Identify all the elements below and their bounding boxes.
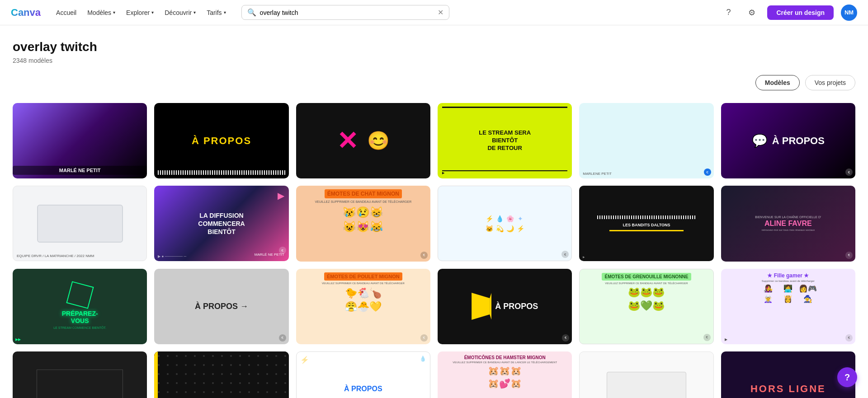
- search-input[interactable]: [260, 9, 434, 16]
- filter-modeles[interactable]: Modèles: [755, 75, 800, 90]
- nav-modeles[interactable]: Modèles ▾: [83, 6, 120, 19]
- template-card[interactable]: ⚡ 💧 🌸 ✦ 🐱 💫 🌙 ⚡ €: [438, 186, 572, 261]
- filter-vos-projets[interactable]: Vos projets: [805, 75, 855, 90]
- template-card[interactable]: PRÉPAREZ-VOUS LE STREAM COMMENCE BIENTÔT…: [13, 269, 147, 344]
- template-card[interactable]: BIENVENUE SUR LA CHAÎNE OFFICIELLE D' AL…: [721, 186, 855, 261]
- main-nav: Accueil Modèles ▾ Explorer ▾ Découvrir ▾…: [52, 6, 231, 19]
- template-card[interactable]: MARLÉ NE PETIT: [13, 103, 147, 178]
- template-card[interactable]: ✕ 😊: [296, 103, 430, 178]
- nav-accueil[interactable]: Accueil: [52, 6, 81, 19]
- template-card[interactable]: [13, 351, 147, 398]
- template-card[interactable]: MARLENE PETIT €: [579, 103, 713, 178]
- templates-grid: MARLÉ NE PETIT À PROPOS ✕ 😊: [13, 103, 855, 398]
- template-card[interactable]: LES BANDITS DALTONS ▶: [579, 186, 713, 261]
- template-card[interactable]: À PROPOS: [154, 103, 288, 178]
- header-right: ? ⚙ Créer un design NM: [720, 5, 857, 21]
- filter-bar: Modèles Vos projets: [13, 75, 855, 90]
- chevron-down-icon: ▾: [193, 10, 196, 15]
- main-content: overlay twitch 2348 modèles Modèles Vos …: [0, 25, 868, 398]
- template-card[interactable]: EQUIPE DRVR / LA MATRIANCHE / 2022 NMM: [13, 186, 147, 261]
- page-title: overlay twitch: [13, 40, 855, 54]
- logo[interactable]: Canva: [11, 7, 41, 19]
- template-card[interactable]: LA DIFFUSIONCOMMENCERABIENTÔT ▶ MARLÉ NE…: [154, 186, 288, 261]
- chevron-down-icon: ▾: [224, 10, 226, 15]
- nav-explorer[interactable]: Explorer ▾: [122, 6, 158, 19]
- template-card[interactable]: NOUS SERONS DE RETOUR ▶: [154, 351, 288, 398]
- nav-tarifs[interactable]: Tarifs ▾: [202, 6, 230, 19]
- avatar[interactable]: NM: [841, 5, 857, 21]
- search-bar: 🔍 ✕: [241, 5, 449, 20]
- result-count: 2348 modèles: [13, 57, 855, 64]
- template-card[interactable]: ÉMOTES DE GRENOUILLE MIGNONNE VEUILLEZ S…: [579, 269, 713, 344]
- template-card[interactable]: ÉMOTES DE CHAT MIGNON VEUILLEZ SUPPRIMER…: [296, 186, 430, 261]
- search-icon: 🔍: [247, 8, 256, 17]
- clear-search-icon[interactable]: ✕: [438, 8, 443, 17]
- template-card[interactable]: À PROPOS → €: [154, 269, 288, 344]
- template-card[interactable]: ÉMOTES DE POULET MIGNON VEUILLEZ SUPPRIM…: [296, 269, 430, 344]
- create-design-button[interactable]: Créer un design: [767, 5, 834, 20]
- template-card[interactable]: ÉMOTICÔNES DE HAMSTER MIGNON VEUILLEZ SU…: [438, 351, 572, 398]
- question-mark-icon: ?: [726, 8, 731, 17]
- template-card[interactable]: HORS LIGNE: [721, 351, 855, 398]
- template-card[interactable]: [579, 351, 713, 398]
- chevron-down-icon: ▾: [151, 10, 154, 15]
- template-card[interactable]: 💬 À PROPOS €: [721, 103, 855, 178]
- template-card[interactable]: ★ Fille gamer ★ Supprimer ce bandeau ava…: [721, 269, 855, 344]
- template-card[interactable]: À PROPOS ⚡ 🤖 💧 🌊: [296, 351, 430, 398]
- help-icon-button[interactable]: ?: [720, 5, 736, 21]
- template-card[interactable]: À PROPOS €: [438, 269, 572, 344]
- help-bubble[interactable]: ?: [837, 367, 857, 387]
- nav-decouvrir[interactable]: Découvrir ▾: [160, 6, 200, 19]
- settings-icon-button[interactable]: ⚙: [744, 5, 760, 21]
- gear-icon: ⚙: [748, 8, 755, 18]
- template-card[interactable]: LE STREAM SERABIENTÔTDE RETOUR ▶: [438, 103, 572, 178]
- header: Canva Accueil Modèles ▾ Explorer ▾ Décou…: [0, 0, 868, 25]
- chevron-down-icon: ▾: [113, 10, 115, 15]
